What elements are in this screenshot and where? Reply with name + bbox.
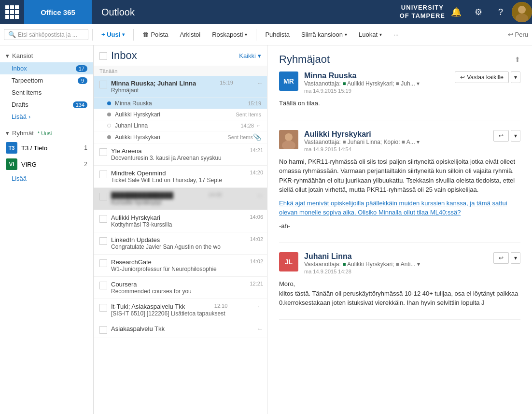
recipients-expand[interactable]: ▾ <box>417 139 420 145</box>
email-item[interactable]: Coursera 12:21 Recommended courses for y… <box>94 277 267 299</box>
app-name-label: Outlook <box>92 7 400 18</box>
reply-dropdown-button[interactable]: ▾ <box>511 130 520 142</box>
group-item-t3[interactable]: T3 T3 / Tieto 1 <box>0 140 93 156</box>
folders-more[interactable]: Lisää › <box>0 111 93 123</box>
filter-button[interactable]: Kaikki ▾ <box>239 52 261 59</box>
new-button[interactable]: + Uusi ▾ <box>97 29 129 41</box>
email-checkbox[interactable] <box>99 304 107 312</box>
email-checkbox[interactable] <box>99 193 107 200</box>
archive-button[interactable]: Arkistoi <box>175 29 206 41</box>
junk-button[interactable]: Roskaposti ▾ <box>207 29 252 41</box>
email-time: 12:21 <box>250 281 263 286</box>
email-checkbox[interactable] <box>99 237 107 245</box>
message-meta: Juhani Linna Vastaanottaja: ■ Aulikki Hy… <box>304 252 493 274</box>
email-sender: It-Tuki; Asiakaspalvelu Tkk <box>111 303 185 310</box>
email-sender: Aulikki Hyrskykari <box>111 214 160 221</box>
email-item[interactable]: Yle Areena 14:21 Docventuresin 3. kausi … <box>94 143 267 166</box>
undo-button[interactable]: ↩ Peru <box>508 31 528 38</box>
reply-icon: ↩ <box>499 255 504 261</box>
thread-item[interactable]: Juhani Linna 14:28 ← <box>94 120 267 131</box>
email-item[interactable]: ██████████████ 14:09 ← Kurssille hyväksy… <box>94 188 267 210</box>
thread-item[interactable]: Aulikki Hyrskykari Sent Items <box>94 109 267 120</box>
email-checkbox[interactable] <box>99 259 107 267</box>
svg-point-4 <box>285 133 293 141</box>
folders-header[interactable]: ▾ Kansiot <box>0 49 93 62</box>
email-sender: Asiakaspalvelu Tkk <box>111 325 165 332</box>
office365-label[interactable]: Office 365 <box>24 0 92 24</box>
recipients-expand[interactable]: ▾ <box>417 261 420 268</box>
email-sender: ██████████████ <box>111 192 173 199</box>
main-layout: ▾ Kansiot Inbox 17 Tarpeettom 9 Sent Ite… <box>0 45 532 414</box>
sidebar-item-inbox[interactable]: Inbox 17 <box>0 62 93 74</box>
email-item[interactable]: Mindtrek Openmind 14:20 Ticket Sale Will… <box>94 166 267 188</box>
thread-time: 14:28 <box>240 123 254 128</box>
email-item[interactable]: ResearchGate 14:02 W1-Juniorprofessur fü… <box>94 255 267 277</box>
email-content: It-Tuki; Asiakaspalvelu Tkk 12:10 ← [SIS… <box>111 303 263 317</box>
app-grid-button[interactable] <box>0 0 24 24</box>
reading-title: Ryhmäjaot <box>279 53 330 66</box>
email-item[interactable]: Minna Ruuska; Juhani Linna 15:19 ← Ryhmä… <box>94 76 267 98</box>
email-checkbox[interactable] <box>99 282 107 289</box>
user-avatar[interactable] <box>512 2 532 22</box>
delete-button[interactable]: 🗑 Poista <box>138 29 173 41</box>
groups-more[interactable]: Lisää <box>0 172 93 185</box>
sidebar-item-drafts[interactable]: Drafts 134 <box>0 99 93 111</box>
message-body: Täällä on tilaa. <box>279 99 520 108</box>
collapse-icon: ▾ <box>6 52 9 59</box>
virg-label: VIRG <box>21 161 37 168</box>
reply-dropdown-button[interactable]: ▾ <box>511 71 520 83</box>
help-button[interactable]: ? <box>490 0 512 24</box>
email-item[interactable]: Asiakaspalvelu Tkk ← <box>94 321 267 338</box>
email-list: Inbox Kaikki ▾ Tänään Minna Ruuska; Juha… <box>94 45 267 414</box>
email-checkbox[interactable] <box>99 171 107 178</box>
notification-button[interactable]: 🔔 <box>445 0 467 24</box>
thread-sender: Minna Ruuska <box>115 100 246 107</box>
email-sender: Yle Areena <box>111 147 142 155</box>
t3-badge: T3 <box>6 142 17 154</box>
email-checkbox[interactable] <box>99 81 107 88</box>
top-navigation: Office 365 Outlook UNIVERSITY OF TAMPERE… <box>0 0 532 24</box>
recipients-expand[interactable]: ▾ <box>417 80 420 87</box>
move-button[interactable]: Siirrä kansioon ▾ <box>296 29 352 41</box>
reply-all-button[interactable]: ↩ Vastaa kaikille <box>455 71 509 83</box>
clean-button[interactable]: Puhdista <box>260 29 294 41</box>
more-button[interactable]: ··· <box>389 29 404 41</box>
reply-dropdown-button[interactable]: ▾ <box>511 252 520 264</box>
search-box[interactable]: 🔍 Etsi sähköpostista ja ... <box>4 29 88 40</box>
email-content: LinkedIn Updates 14:02 Congratulate Javi… <box>111 236 263 250</box>
group-item-virg[interactable]: VI VIRG 2 <box>0 156 93 172</box>
email-item[interactable]: It-Tuki; Asiakaspalvelu Tkk 12:10 ← [SIS… <box>94 299 267 321</box>
reply-button[interactable]: ↩ <box>493 130 509 142</box>
message-sender-name: Minna Ruuska <box>304 71 455 80</box>
email-checkbox[interactable] <box>99 148 107 156</box>
select-all-checkbox[interactable] <box>99 52 107 60</box>
message-body: No harmi, PKR11-ryhmässä oli siis tosi p… <box>279 157 520 231</box>
thread-item[interactable]: Aulikki Hyrskykari Sent Items 📎 <box>94 131 267 143</box>
email-item[interactable]: Aulikki Hyrskykari 14:06 Kotityhmäsi T3-… <box>94 210 267 232</box>
reply-button[interactable]: ↩ <box>493 252 509 264</box>
email-item[interactable]: LinkedIn Updates 14:02 Congratulate Javi… <box>94 232 267 255</box>
categories-button[interactable]: Luokat ▾ <box>354 29 387 41</box>
thread-dot <box>107 124 111 128</box>
search-icon: 🔍 <box>8 31 16 38</box>
svg-point-1 <box>518 6 526 14</box>
sidebar: ▾ Kansiot Inbox 17 Tarpeettom 9 Sent Ite… <box>0 45 94 414</box>
virg-badge: VI <box>6 158 17 170</box>
groups-header[interactable]: ▾ Ryhmät * Uusi <box>0 127 93 140</box>
sidebar-item-tarpeettom[interactable]: Tarpeettom 9 <box>0 74 93 86</box>
thread-item[interactable]: Minna Ruuska 15:19 <box>94 98 267 109</box>
collapse-reading-button[interactable]: ⬆ <box>515 56 520 63</box>
settings-button[interactable]: ⚙ <box>467 0 490 24</box>
email-sender: Minna Ruuska; Juhani Linna <box>111 80 196 87</box>
inline-link[interactable]: Ehkä ajat menivät opiskelijoilla päällek… <box>279 200 507 216</box>
message-recipients: Vastaanottaja: ■ Aulikki Hyrskykari; ■ A… <box>304 261 493 268</box>
email-preview: W1-Juniorprofessur für Neurophilosophie <box>111 266 263 272</box>
sidebar-item-sent[interactable]: Sent Items <box>0 86 93 99</box>
email-checkbox[interactable] <box>99 326 107 334</box>
undo-icon: ↩ <box>508 31 513 38</box>
dropdown-arrow: ▾ <box>245 32 247 37</box>
email-content: Minna Ruuska; Juhani Linna 15:19 ← Ryhmä… <box>111 80 263 94</box>
email-checkbox[interactable] <box>99 215 107 223</box>
email-time: 15:19 <box>220 80 233 86</box>
message-recipients: Vastaanottaja: ■ Juhani Linna; Kopio: ■ … <box>304 139 493 145</box>
